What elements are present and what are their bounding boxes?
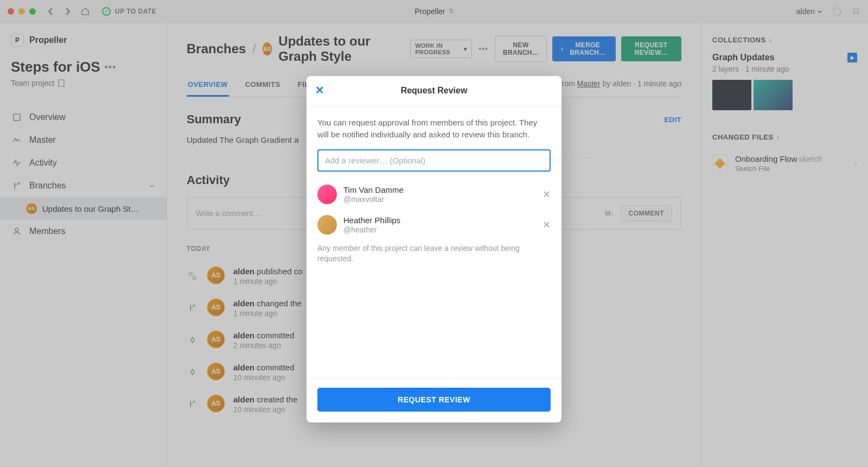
- close-icon[interactable]: ✕: [315, 85, 324, 96]
- avatar: [317, 185, 337, 204]
- request-review-submit-button[interactable]: REQUEST REVIEW: [317, 388, 551, 412]
- modal-note: Any member of this project can leave a r…: [317, 243, 551, 378]
- reviewer-list: Tim Van Damme@maxvoltar ✕ Heather Philli…: [317, 179, 551, 240]
- modal-overlay[interactable]: ✕ Request Review You can request approva…: [0, 0, 868, 467]
- avatar: [317, 215, 337, 235]
- request-review-modal: ✕ Request Review You can request approva…: [307, 76, 561, 422]
- remove-reviewer-icon[interactable]: ✕: [542, 188, 551, 200]
- reviewer-item: Heather Phillips@heather ✕: [317, 210, 551, 240]
- modal-title: Request Review: [401, 86, 468, 95]
- modal-footer: REQUEST REVIEW: [307, 378, 561, 422]
- remove-reviewer-icon[interactable]: ✕: [542, 219, 551, 231]
- reviewer-item: Tim Van Damme@maxvoltar ✕: [317, 179, 551, 210]
- modal-body: You can request approval from members of…: [307, 106, 561, 378]
- modal-description: You can request approval from members of…: [317, 117, 551, 141]
- reviewer-input[interactable]: [317, 149, 551, 172]
- modal-header: ✕ Request Review: [307, 76, 561, 106]
